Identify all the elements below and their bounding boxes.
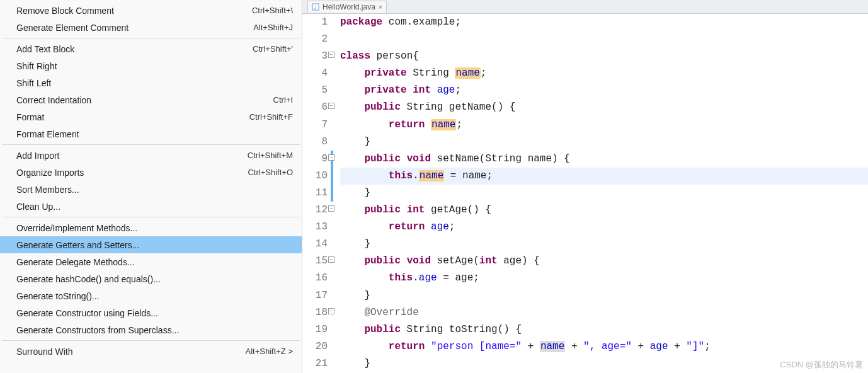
menu-item[interactable]: Generate Delegate Methods...: [0, 253, 302, 270]
change-marker: [331, 185, 333, 202]
menu-item-shortcut: Alt+Shift+J: [253, 23, 293, 32]
menu-item-label: Add Import: [16, 151, 59, 161]
change-marker: [331, 168, 333, 185]
tab-bar: J HelloWorld.java ×: [302, 0, 868, 14]
line-number: 19: [302, 321, 328, 338]
line-number: 4: [302, 65, 328, 82]
code-line[interactable]: public void setAge(int age) {: [340, 253, 868, 270]
code-line[interactable]: public int getAge() {: [340, 202, 868, 219]
code-line[interactable]: public String toString() {: [340, 321, 868, 338]
menu-item-label: Generate Constructor using Fields...: [16, 308, 158, 318]
menu-item[interactable]: Generate Constructor using Fields...: [0, 304, 302, 321]
code-line[interactable]: class person{: [340, 48, 868, 65]
menu-separator: [2, 340, 300, 341]
context-menu: Remove Block CommentCtrl+Shift+\Generate…: [0, 0, 302, 373]
code-line[interactable]: }: [340, 185, 868, 202]
code-line[interactable]: private int age;: [340, 82, 868, 99]
code-line[interactable]: @Override: [340, 304, 868, 321]
code-line[interactable]: this.name = name;: [340, 168, 868, 185]
close-icon[interactable]: ×: [379, 3, 382, 11]
menu-item-label: Shift Left: [16, 78, 51, 88]
menu-separator: [2, 38, 300, 38]
menu-item[interactable]: Surround WithAlt+Shift+Z >: [0, 343, 302, 360]
menu-item-label: Generate Getters and Setters...: [16, 240, 139, 250]
menu-item[interactable]: Sort Members...: [0, 181, 302, 198]
line-number-gutter: 123−456−789−101112−131415−161718−192021: [302, 14, 330, 373]
code-line[interactable]: package com.example;: [340, 14, 868, 31]
watermark: CSDN @孤独的马铃薯: [780, 359, 863, 370]
menu-item-label: Add Text Block: [16, 44, 74, 54]
menu-item-label: Format Element: [16, 129, 79, 139]
menu-item-label: Surround With: [16, 347, 72, 357]
menu-item[interactable]: Remove Block CommentCtrl+Shift+\: [0, 2, 302, 19]
menu-item[interactable]: Add Text BlockCtrl+Shift+': [0, 40, 302, 57]
line-number: 15−: [302, 253, 328, 270]
code-line[interactable]: }: [340, 236, 868, 253]
menu-item[interactable]: Generate Getters and Setters...: [0, 236, 302, 253]
menu-item-label: Generate Delegate Methods...: [16, 257, 135, 267]
menu-item-label: Shift Right: [16, 61, 57, 71]
menu-item[interactable]: Correct IndentationCtrl+I: [0, 91, 302, 108]
menu-item-label: Correct Indentation: [16, 95, 91, 105]
fold-icon[interactable]: −: [328, 154, 334, 161]
line-number: 8: [302, 134, 328, 151]
editor-tab[interactable]: J HelloWorld.java ×: [307, 1, 387, 13]
menu-item[interactable]: Generate toString()...: [0, 287, 302, 304]
fold-icon[interactable]: −: [328, 52, 334, 58]
line-number: 16: [302, 270, 328, 287]
menu-item[interactable]: Add ImportCtrl+Shift+M: [0, 147, 302, 164]
menu-item[interactable]: FormatCtrl+Shift+F: [0, 108, 302, 125]
line-number: 17: [302, 287, 328, 304]
menu-separator: [2, 217, 300, 217]
editor-pane: J HelloWorld.java × 123−456−789−101112−1…: [302, 0, 868, 373]
line-number: 12−: [302, 202, 328, 219]
menu-item-label: Override/Implement Methods...: [16, 223, 137, 233]
line-number: 10: [302, 168, 328, 185]
menu-item[interactable]: Generate Constructors from Superclass...: [0, 321, 302, 338]
line-number: 9−: [302, 151, 328, 168]
code-line[interactable]: return age;: [340, 219, 868, 236]
menu-item-label: Organize Imports: [16, 168, 84, 178]
menu-item[interactable]: Override/Implement Methods...: [0, 219, 302, 236]
menu-item[interactable]: Generate hashCode() and equals()...: [0, 270, 302, 287]
menu-item[interactable]: Shift Left: [0, 74, 302, 91]
svg-text:J: J: [314, 4, 316, 10]
menu-item-label: Format: [16, 112, 44, 122]
code-line[interactable]: [340, 31, 868, 48]
code-line[interactable]: }: [340, 134, 868, 151]
line-number: 21: [302, 355, 328, 372]
menu-item[interactable]: Clean Up...: [0, 198, 302, 215]
line-number: 13: [302, 219, 328, 236]
menu-item[interactable]: Shift Right: [0, 57, 302, 74]
line-number: 11: [302, 185, 328, 202]
menu-item-label: Generate hashCode() and equals()...: [16, 274, 161, 284]
line-number: 2: [302, 31, 328, 48]
code-line[interactable]: public String getName() {: [340, 99, 868, 116]
fold-icon[interactable]: −: [328, 256, 334, 263]
menu-item-shortcut: Alt+Shift+Z >: [245, 347, 293, 356]
menu-item[interactable]: Format Element: [0, 125, 302, 142]
fold-icon[interactable]: −: [328, 205, 334, 212]
code-content[interactable]: package com.example;class person{ privat…: [334, 14, 868, 373]
line-number: 18−: [302, 304, 328, 321]
line-number: 20: [302, 338, 328, 355]
line-number: 5: [302, 82, 328, 99]
code-line[interactable]: }: [340, 287, 868, 304]
java-file-icon: J: [312, 3, 319, 11]
menu-item[interactable]: Organize ImportsCtrl+Shift+O: [0, 164, 302, 181]
code-line[interactable]: public void setName(String name) {: [340, 151, 868, 168]
code-line[interactable]: return "person [name=" + name + ", age="…: [340, 338, 868, 355]
fold-icon[interactable]: −: [328, 103, 334, 109]
code-line[interactable]: this.age = age;: [340, 270, 868, 287]
code-line[interactable]: private String name;: [340, 65, 868, 82]
line-number: 7: [302, 117, 328, 134]
menu-item[interactable]: Generate Element CommentAlt+Shift+J: [0, 19, 302, 36]
menu-item-label: Generate Element Comment: [16, 23, 128, 33]
code-line[interactable]: return name;: [340, 117, 868, 134]
menu-item-label: Clean Up...: [16, 202, 60, 212]
line-number: 14: [302, 236, 328, 253]
fold-icon[interactable]: −: [328, 308, 334, 314]
code-area[interactable]: 123−456−789−101112−131415−161718−192021 …: [302, 14, 868, 373]
menu-separator: [2, 144, 300, 145]
line-number: 6−: [302, 99, 328, 116]
